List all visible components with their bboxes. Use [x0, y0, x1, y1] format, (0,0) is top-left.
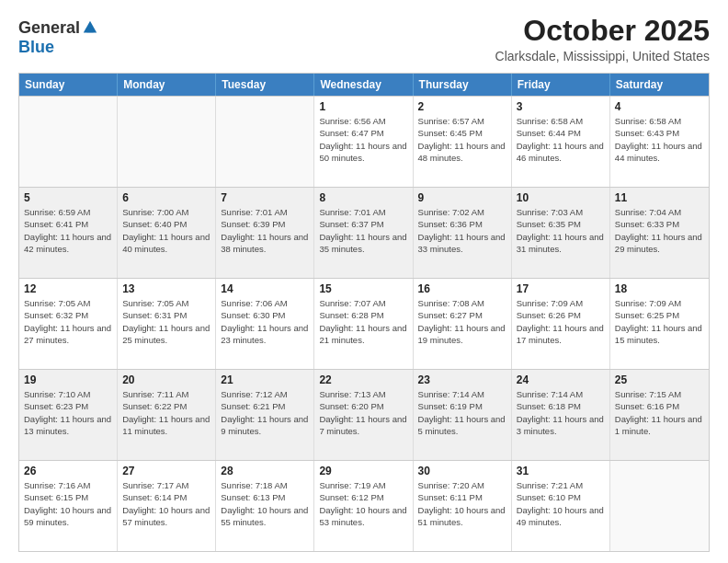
weekday-header-saturday: Saturday: [610, 74, 709, 96]
logo: General Blue: [18, 18, 98, 57]
day-number: 9: [418, 191, 506, 204]
calendar-header-row: SundayMondayTuesdayWednesdayThursdayFrid…: [19, 74, 709, 96]
weekday-header-thursday: Thursday: [414, 74, 512, 96]
calendar: SundayMondayTuesdayWednesdayThursdayFrid…: [18, 73, 710, 552]
day-info: Sunrise: 7:02 AMSunset: 6:36 PMDaylight:…: [418, 206, 506, 255]
day-number: 30: [418, 465, 506, 477]
calendar-cell: 1Sunrise: 6:56 AMSunset: 6:47 PMDaylight…: [314, 97, 413, 187]
day-info: Sunrise: 6:58 AMSunset: 6:43 PMDaylight:…: [615, 115, 704, 164]
day-number: 5: [24, 191, 112, 204]
calendar-cell: [610, 461, 709, 551]
calendar-cell: 3Sunrise: 6:58 AMSunset: 6:44 PMDaylight…: [512, 97, 610, 187]
calendar-cell: 10Sunrise: 7:03 AMSunset: 6:35 PMDayligh…: [512, 188, 610, 278]
calendar-cell: 26Sunrise: 7:16 AMSunset: 6:15 PMDayligh…: [19, 461, 118, 551]
day-number: 7: [221, 191, 309, 204]
calendar-cell: 7Sunrise: 7:01 AMSunset: 6:39 PMDaylight…: [216, 188, 314, 278]
day-number: 2: [418, 100, 506, 113]
weekday-header-sunday: Sunday: [19, 74, 118, 96]
day-number: 3: [517, 100, 605, 113]
weekday-header-wednesday: Wednesday: [314, 74, 413, 96]
calendar-cell: 5Sunrise: 6:59 AMSunset: 6:41 PMDaylight…: [19, 188, 118, 278]
day-number: 11: [615, 191, 704, 204]
day-number: 1: [319, 100, 407, 113]
calendar-cell: 22Sunrise: 7:13 AMSunset: 6:20 PMDayligh…: [314, 370, 413, 460]
calendar-cell: 24Sunrise: 7:14 AMSunset: 6:18 PMDayligh…: [512, 370, 610, 460]
location-subtitle: Clarksdale, Mississippi, United States: [495, 49, 710, 63]
calendar-row-1: 1Sunrise: 6:56 AMSunset: 6:47 PMDaylight…: [19, 96, 709, 187]
calendar-cell: 29Sunrise: 7:19 AMSunset: 6:12 PMDayligh…: [314, 461, 413, 551]
day-number: 13: [122, 282, 210, 295]
day-info: Sunrise: 7:21 AMSunset: 6:10 PMDaylight:…: [517, 479, 605, 528]
day-info: Sunrise: 7:20 AMSunset: 6:11 PMDaylight:…: [418, 479, 506, 528]
day-info: Sunrise: 7:06 AMSunset: 6:30 PMDaylight:…: [221, 297, 309, 346]
calendar-cell: 19Sunrise: 7:10 AMSunset: 6:23 PMDayligh…: [19, 370, 118, 460]
calendar-cell: 28Sunrise: 7:18 AMSunset: 6:13 PMDayligh…: [216, 461, 314, 551]
day-number: 26: [24, 465, 112, 477]
calendar-cell: 11Sunrise: 7:04 AMSunset: 6:33 PMDayligh…: [610, 188, 709, 278]
day-info: Sunrise: 7:14 AMSunset: 6:18 PMDaylight:…: [517, 388, 605, 437]
day-number: 4: [615, 100, 704, 113]
day-info: Sunrise: 6:56 AMSunset: 6:47 PMDaylight:…: [319, 115, 407, 164]
day-number: 20: [122, 373, 210, 386]
day-number: 10: [517, 191, 605, 204]
day-info: Sunrise: 7:08 AMSunset: 6:27 PMDaylight:…: [418, 297, 506, 346]
day-info: Sunrise: 7:04 AMSunset: 6:33 PMDaylight:…: [615, 206, 704, 255]
day-info: Sunrise: 7:17 AMSunset: 6:14 PMDaylight:…: [122, 479, 210, 528]
day-info: Sunrise: 6:58 AMSunset: 6:44 PMDaylight:…: [517, 115, 605, 164]
day-number: 31: [517, 465, 605, 477]
day-number: 19: [24, 373, 112, 386]
day-info: Sunrise: 6:59 AMSunset: 6:41 PMDaylight:…: [24, 206, 112, 255]
calendar-cell: 21Sunrise: 7:12 AMSunset: 6:21 PMDayligh…: [216, 370, 314, 460]
day-info: Sunrise: 7:10 AMSunset: 6:23 PMDaylight:…: [24, 388, 112, 437]
calendar-cell: 23Sunrise: 7:14 AMSunset: 6:19 PMDayligh…: [414, 370, 512, 460]
weekday-header-monday: Monday: [118, 74, 216, 96]
day-number: 8: [319, 191, 407, 204]
calendar-cell: 16Sunrise: 7:08 AMSunset: 6:27 PMDayligh…: [414, 279, 512, 369]
calendar-cell: [118, 97, 216, 187]
day-number: 24: [517, 373, 605, 386]
day-info: Sunrise: 7:11 AMSunset: 6:22 PMDaylight:…: [122, 388, 210, 437]
calendar-row-4: 19Sunrise: 7:10 AMSunset: 6:23 PMDayligh…: [19, 369, 709, 460]
calendar-body: 1Sunrise: 6:56 AMSunset: 6:47 PMDaylight…: [19, 96, 709, 551]
day-info: Sunrise: 7:15 AMSunset: 6:16 PMDaylight:…: [615, 388, 704, 437]
calendar-row-5: 26Sunrise: 7:16 AMSunset: 6:15 PMDayligh…: [19, 460, 709, 551]
calendar-cell: 18Sunrise: 7:09 AMSunset: 6:25 PMDayligh…: [610, 279, 709, 369]
day-info: Sunrise: 7:01 AMSunset: 6:39 PMDaylight:…: [221, 206, 309, 255]
calendar-cell: 9Sunrise: 7:02 AMSunset: 6:36 PMDaylight…: [414, 188, 512, 278]
day-info: Sunrise: 7:14 AMSunset: 6:19 PMDaylight:…: [418, 388, 506, 437]
day-number: 29: [319, 465, 407, 477]
day-number: 17: [517, 282, 605, 295]
calendar-cell: 15Sunrise: 7:07 AMSunset: 6:28 PMDayligh…: [314, 279, 413, 369]
day-info: Sunrise: 7:07 AMSunset: 6:28 PMDaylight:…: [319, 297, 407, 346]
calendar-row-3: 12Sunrise: 7:05 AMSunset: 6:32 PMDayligh…: [19, 278, 709, 369]
calendar-cell: 25Sunrise: 7:15 AMSunset: 6:16 PMDayligh…: [610, 370, 709, 460]
day-info: Sunrise: 7:03 AMSunset: 6:35 PMDaylight:…: [517, 206, 605, 255]
calendar-cell: 8Sunrise: 7:01 AMSunset: 6:37 PMDaylight…: [314, 188, 413, 278]
day-info: Sunrise: 7:13 AMSunset: 6:20 PMDaylight:…: [319, 388, 407, 437]
day-number: 25: [615, 373, 704, 386]
day-info: Sunrise: 7:01 AMSunset: 6:37 PMDaylight:…: [319, 206, 407, 255]
calendar-cell: 6Sunrise: 7:00 AMSunset: 6:40 PMDaylight…: [118, 188, 216, 278]
day-info: Sunrise: 7:19 AMSunset: 6:12 PMDaylight:…: [319, 479, 407, 528]
calendar-cell: 2Sunrise: 6:57 AMSunset: 6:45 PMDaylight…: [414, 97, 512, 187]
day-info: Sunrise: 7:12 AMSunset: 6:21 PMDaylight:…: [221, 388, 309, 437]
logo-icon: [82, 19, 98, 36]
day-info: Sunrise: 6:57 AMSunset: 6:45 PMDaylight:…: [418, 115, 506, 164]
title-block: October 2025 Clarksdale, Mississippi, Un…: [495, 15, 710, 63]
calendar-cell: [19, 97, 118, 187]
day-number: 18: [615, 282, 704, 295]
day-number: 28: [221, 465, 309, 477]
calendar-cell: 12Sunrise: 7:05 AMSunset: 6:32 PMDayligh…: [19, 279, 118, 369]
logo-general-text: General: [18, 18, 80, 38]
day-number: 12: [24, 282, 112, 295]
calendar-cell: [216, 97, 314, 187]
svg-marker-1: [86, 28, 93, 32]
logo-blue-text: Blue: [18, 38, 54, 56]
day-info: Sunrise: 7:16 AMSunset: 6:15 PMDaylight:…: [24, 479, 112, 528]
day-info: Sunrise: 7:18 AMSunset: 6:13 PMDaylight:…: [221, 479, 309, 528]
day-number: 15: [319, 282, 407, 295]
day-info: Sunrise: 7:09 AMSunset: 6:26 PMDaylight:…: [517, 297, 605, 346]
calendar-cell: 27Sunrise: 7:17 AMSunset: 6:14 PMDayligh…: [118, 461, 216, 551]
day-number: 14: [221, 282, 309, 295]
calendar-cell: 4Sunrise: 6:58 AMSunset: 6:43 PMDaylight…: [610, 97, 709, 187]
